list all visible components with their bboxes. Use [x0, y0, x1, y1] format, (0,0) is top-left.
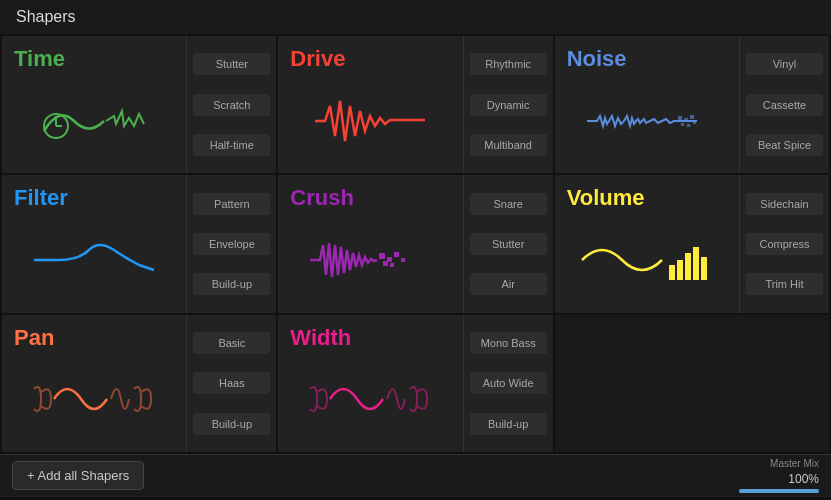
crush-icon [290, 217, 450, 302]
master-mix-bar[interactable] [739, 489, 819, 493]
filter-icon [14, 217, 174, 302]
svg-rect-11 [394, 252, 399, 257]
svg-rect-17 [685, 253, 691, 280]
volume-preset-trim-hit[interactable]: Trim Hit [746, 273, 823, 295]
noise-preset-cassette[interactable]: Cassette [746, 94, 823, 116]
cell-width: Width Mono BassAuto WideBuild-up [278, 315, 552, 452]
cell-filter: Filter PatternEnvelopeBuild-up [2, 175, 276, 312]
crush-title: Crush [290, 185, 354, 211]
svg-rect-9 [379, 253, 385, 259]
filter-preset-build-up[interactable]: Build-up [193, 273, 270, 295]
time-preset-half-time[interactable]: Half-time [193, 134, 270, 156]
cell-width-left: Width [278, 315, 462, 452]
cell-volume: Volume SidechainCompressTrim Hit [555, 175, 829, 312]
cell-noise: Noise VinylCassetteBeat Spice [555, 36, 829, 173]
time-title: Time [14, 46, 65, 72]
cell-volume-presets: SidechainCompressTrim Hit [739, 175, 829, 312]
pan-preset-basic[interactable]: Basic [193, 332, 270, 354]
volume-preset-compress[interactable]: Compress [746, 233, 823, 255]
filter-preset-envelope[interactable]: Envelope [193, 233, 270, 255]
svg-rect-6 [681, 123, 684, 126]
pan-preset-haas[interactable]: Haas [193, 372, 270, 394]
cell-noise-presets: VinylCassetteBeat Spice [739, 36, 829, 173]
master-mix-fill [739, 489, 819, 493]
cell-pan-left: Pan [2, 315, 186, 452]
cell-crush-left: Crush [278, 175, 462, 312]
svg-rect-8 [693, 121, 696, 124]
svg-rect-16 [677, 260, 683, 280]
time-icon [14, 78, 174, 163]
volume-preset-sidechain[interactable]: Sidechain [746, 193, 823, 215]
drive-preset-dynamic[interactable]: Dynamic [470, 94, 547, 116]
master-mix-value: 100% [788, 472, 819, 486]
cell-crush-presets: SnareStutterAir [463, 175, 553, 312]
cell-pan: Pan BasicHaasBuild-up [2, 315, 276, 452]
app-title: Shapers [16, 8, 76, 25]
cell-noise-left: Noise [555, 36, 739, 173]
cell-filter-presets: PatternEnvelopeBuild-up [186, 175, 276, 312]
svg-rect-13 [383, 261, 388, 266]
svg-rect-18 [693, 247, 699, 280]
svg-rect-12 [401, 258, 405, 262]
volume-icon [567, 217, 727, 302]
master-mix-label: Master Mix [770, 458, 819, 469]
cell-drive: Drive RhythmicDynamicMultiband [278, 36, 552, 173]
master-mix-control: Master Mix 100% [739, 458, 819, 493]
width-icon [290, 357, 450, 442]
svg-rect-19 [701, 257, 707, 280]
svg-rect-4 [684, 118, 688, 122]
cell-drive-presets: RhythmicDynamicMultiband [463, 36, 553, 173]
empty-cell [555, 315, 829, 452]
title-bar: Shapers [0, 0, 831, 34]
crush-preset-air[interactable]: Air [470, 273, 547, 295]
drive-preset-multiband[interactable]: Multiband [470, 134, 547, 156]
add-all-button[interactable]: + Add all Shapers [12, 461, 144, 490]
cell-crush: Crush SnareStutterAir [278, 175, 552, 312]
cell-time: Time StutterScratchHalf-time [2, 36, 276, 173]
cell-width-presets: Mono BassAuto WideBuild-up [463, 315, 553, 452]
cell-drive-left: Drive [278, 36, 462, 173]
pan-preset-build-up[interactable]: Build-up [193, 413, 270, 435]
pan-title: Pan [14, 325, 54, 351]
crush-preset-stutter[interactable]: Stutter [470, 233, 547, 255]
drive-icon [290, 78, 450, 163]
svg-rect-3 [678, 116, 682, 120]
width-preset-mono-bass[interactable]: Mono Bass [470, 332, 547, 354]
add-all-label: + Add all Shapers [27, 468, 129, 483]
drive-preset-rhythmic[interactable]: Rhythmic [470, 53, 547, 75]
noise-preset-beat-spice[interactable]: Beat Spice [746, 134, 823, 156]
volume-title: Volume [567, 185, 645, 211]
width-preset-auto-wide[interactable]: Auto Wide [470, 372, 547, 394]
cell-time-presets: StutterScratchHalf-time [186, 36, 276, 173]
shapers-grid: Time StutterScratchHalf-timeDrive Rhythm… [0, 34, 831, 454]
pan-icon [14, 357, 174, 442]
footer-bar: ShaperBox2 ☰ ⬜ ‹ Init › ? cableguys [0, 496, 831, 500]
svg-rect-7 [687, 124, 690, 127]
svg-rect-5 [690, 115, 694, 119]
time-preset-stutter[interactable]: Stutter [193, 53, 270, 75]
cell-pan-presets: BasicHaasBuild-up [186, 315, 276, 452]
filter-preset-pattern[interactable]: Pattern [193, 193, 270, 215]
filter-title: Filter [14, 185, 68, 211]
width-title: Width [290, 325, 351, 351]
cell-filter-left: Filter [2, 175, 186, 312]
time-preset-scratch[interactable]: Scratch [193, 94, 270, 116]
cell-volume-left: Volume [555, 175, 739, 312]
width-preset-build-up[interactable]: Build-up [470, 413, 547, 435]
drive-title: Drive [290, 46, 345, 72]
crush-preset-snare[interactable]: Snare [470, 193, 547, 215]
cell-time-left: Time [2, 36, 186, 173]
noise-icon [567, 78, 727, 163]
noise-preset-vinyl[interactable]: Vinyl [746, 53, 823, 75]
noise-title: Noise [567, 46, 627, 72]
svg-rect-15 [669, 265, 675, 280]
bottom-bar: + Add all Shapers Master Mix 100% [0, 454, 831, 496]
svg-rect-14 [390, 263, 394, 267]
